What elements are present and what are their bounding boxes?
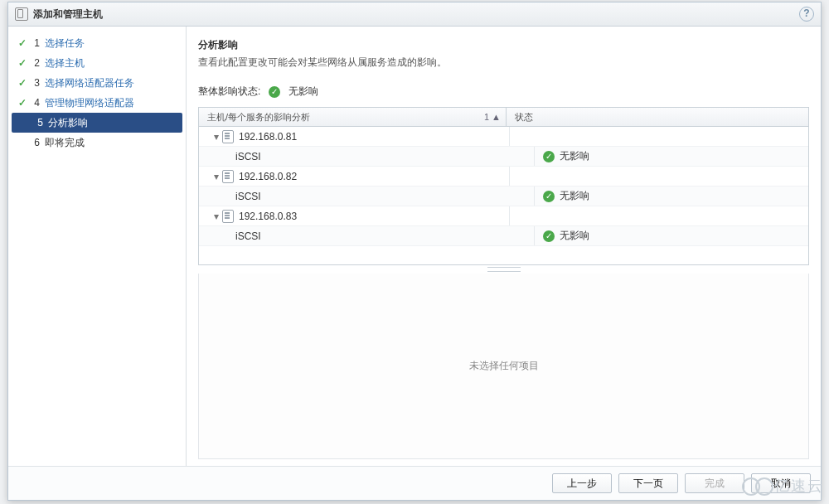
ok-status-icon: ✓ — [543, 151, 555, 162]
table-row[interactable]: ▾192.168.0.83 — [199, 206, 808, 226]
next-button[interactable]: 下一页 — [618, 473, 678, 493]
wizard-footer: 上一步 下一页 完成 取消 — [8, 466, 821, 500]
step-number: 1 — [28, 37, 40, 49]
hosts-icon — [15, 7, 28, 21]
step-number: 4 — [28, 97, 40, 109]
step-select-task[interactable]: ✓ 1 选择任务 — [8, 33, 186, 53]
table-filler — [199, 246, 808, 264]
step-number: 2 — [28, 57, 40, 69]
table-row[interactable]: ▾192.168.0.81 — [199, 127, 808, 147]
step-analyze-impact[interactable]: ✓ 5 分析影响 — [12, 113, 182, 133]
table-body: ▾192.168.0.81 iSCSI ✓无影响 ▾192.168.0.82 i… — [199, 127, 808, 264]
column-header-status[interactable]: 状态 — [507, 111, 808, 124]
splitter-handle[interactable] — [198, 267, 809, 272]
step-label: 选择任务 — [45, 36, 85, 51]
finish-button: 完成 — [685, 473, 744, 493]
wizard-window: 添加和管理主机 ? ✓ 1 选择任务 ✓ 2 选择主机 ✓ 3 选择网络适配器任… — [7, 2, 822, 501]
service-name: iSCSI — [235, 151, 261, 162]
overall-impact-label: 整体影响状态: — [198, 85, 260, 99]
step-label: 即将完成 — [45, 136, 85, 150]
column-header-host-service[interactable]: 主机/每个服务的影响分析 1 ▲ — [199, 108, 507, 126]
host-name: 192.168.0.81 — [239, 131, 297, 143]
service-name: iSCSI — [235, 191, 261, 202]
host-icon — [222, 210, 234, 223]
step-number: 3 — [28, 77, 40, 89]
help-icon[interactable]: ? — [799, 7, 814, 22]
host-name: 192.168.0.82 — [239, 171, 297, 182]
host-name: 192.168.0.83 — [239, 211, 297, 222]
table-row[interactable]: iSCSI ✓无影响 — [199, 226, 808, 246]
table-row[interactable]: ▾192.168.0.82 — [199, 167, 808, 187]
chevron-down-icon[interactable]: ▾ — [211, 211, 222, 222]
host-icon — [222, 130, 234, 143]
table-row[interactable]: iSCSI ✓无影响 — [199, 147, 808, 167]
wizard-steps-sidebar: ✓ 1 选择任务 ✓ 2 选择主机 ✓ 3 选择网络适配器任务 ✓ 4 管理物理… — [8, 27, 187, 466]
detail-placeholder: 未选择任何项目 — [469, 359, 539, 373]
back-button[interactable]: 上一步 — [552, 473, 612, 493]
step-number: 6 — [28, 137, 40, 148]
step-label: 选择主机 — [45, 56, 85, 70]
cancel-button[interactable]: 取消 — [751, 473, 811, 493]
check-icon: ✓ — [17, 57, 28, 69]
wizard-body: ✓ 1 选择任务 ✓ 2 选择主机 ✓ 3 选择网络适配器任务 ✓ 4 管理物理… — [8, 27, 821, 466]
step-manage-physical-adapters[interactable]: ✓ 4 管理物理网络适配器 — [8, 93, 186, 113]
check-icon: ✓ — [17, 37, 28, 49]
host-icon — [222, 170, 234, 183]
table-row[interactable]: iSCSI ✓无影响 — [199, 187, 808, 206]
step-label: 选择网络适配器任务 — [45, 76, 134, 90]
table-header: 主机/每个服务的影响分析 1 ▲ 状态 — [199, 108, 808, 127]
chevron-down-icon[interactable]: ▾ — [211, 131, 222, 143]
main-panel: 分析影响 查看此配置更改可能会对某些网络从属服务造成的影响。 整体影响状态: ✓… — [187, 27, 821, 466]
ok-status-icon: ✓ — [543, 191, 555, 202]
sort-indicator-icon: 1 ▲ — [484, 112, 501, 122]
ok-status-icon: ✓ — [269, 86, 280, 98]
step-number: 5 — [32, 117, 43, 128]
detail-pane: 未选择任何项目 — [198, 274, 809, 459]
window-title: 添加和管理主机 — [33, 7, 103, 22]
ok-status-icon: ✓ — [543, 230, 555, 242]
step-select-adapter-task[interactable]: ✓ 3 选择网络适配器任务 — [8, 73, 186, 93]
check-icon: ✓ — [17, 77, 28, 89]
chevron-down-icon[interactable]: ▾ — [211, 171, 222, 182]
step-label: 分析影响 — [48, 116, 88, 130]
overall-impact-value: 无影响 — [288, 85, 318, 99]
service-status: 无影响 — [560, 149, 589, 163]
step-ready-to-complete[interactable]: ✓ 6 即将完成 — [8, 133, 186, 153]
service-status: 无影响 — [560, 229, 589, 243]
service-status: 无影响 — [560, 189, 589, 203]
titlebar: 添加和管理主机 ? — [8, 2, 821, 27]
step-label: 管理物理网络适配器 — [45, 96, 134, 110]
panel-heading: 分析影响 — [198, 38, 809, 52]
impact-table: 主机/每个服务的影响分析 1 ▲ 状态 ▾192.168.0.81 iSCSI … — [198, 107, 809, 265]
check-icon: ✓ — [17, 97, 28, 109]
overall-impact-row: 整体影响状态: ✓ 无影响 — [198, 85, 809, 99]
service-name: iSCSI — [235, 230, 261, 242]
step-select-hosts[interactable]: ✓ 2 选择主机 — [8, 53, 186, 73]
panel-subheading: 查看此配置更改可能会对某些网络从属服务造成的影响。 — [198, 56, 809, 70]
